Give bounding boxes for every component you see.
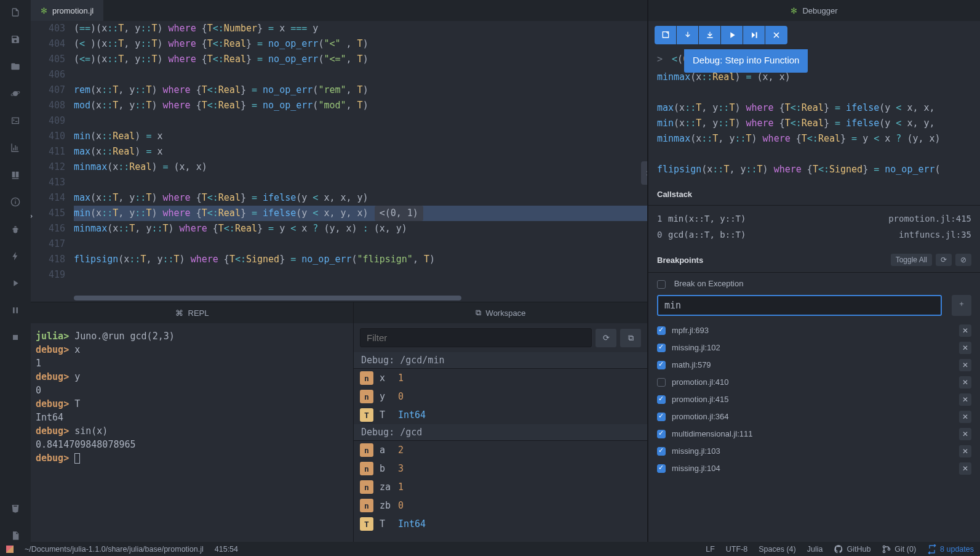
- bug-icon[interactable]: [9, 223, 22, 235]
- updates-badge[interactable]: 8 updates: [927, 544, 974, 554]
- breakpoint-input[interactable]: [657, 295, 942, 316]
- remove-breakpoint-button[interactable]: ✕: [959, 376, 971, 389]
- stop-debug-button[interactable]: [765, 26, 787, 44]
- workspace-var-row[interactable]: TTInt64: [354, 515, 647, 533]
- breakpoint-row[interactable]: promotion.jl:410✕: [657, 374, 971, 391]
- repl-body[interactable]: julia> Juno.@run gcd(2,3)debug> x1debug>…: [31, 323, 353, 542]
- cursor-position[interactable]: 415:54: [215, 545, 238, 554]
- remove-breakpoint-button[interactable]: ✕: [959, 324, 971, 337]
- git-status[interactable]: Git (0): [882, 544, 916, 554]
- workspace-filter-input[interactable]: [360, 328, 592, 347]
- status-bar: ~/Documents/julia-1.1.0/share/julia/base…: [0, 542, 980, 556]
- stop-icon[interactable]: [9, 331, 22, 344]
- callstack-frame[interactable]: 0gcd(a::T, b::T)intfuncs.jl:35: [657, 227, 971, 243]
- breakpoint-checkbox[interactable]: [657, 447, 666, 456]
- breakpoint-checkbox[interactable]: [657, 430, 666, 438]
- terminal-icon: ⌘: [175, 308, 183, 318]
- step-over-button[interactable]: [677, 26, 699, 44]
- step-into-button[interactable]: [699, 26, 721, 44]
- play-icon[interactable]: [9, 277, 22, 289]
- file-icon[interactable]: [9, 6, 22, 18]
- expand-handle[interactable]: ›: [641, 161, 647, 185]
- debug-controls: [648, 21, 980, 49]
- workspace-var-row[interactable]: TTInt64: [354, 406, 647, 424]
- svg-point-4: [883, 550, 885, 552]
- clear-bp-button[interactable]: ⊘: [955, 254, 971, 266]
- save-icon[interactable]: [9, 33, 22, 46]
- breakpoint-row[interactable]: missing.jl:103✕: [657, 443, 971, 460]
- breakpoint-checkbox[interactable]: [657, 361, 666, 369]
- eol-label[interactable]: LF: [706, 545, 715, 554]
- break-on-exception-row[interactable]: Break on Exception: [657, 279, 971, 289]
- breakpoint-checkbox[interactable]: [657, 344, 666, 352]
- book-icon[interactable]: [9, 169, 22, 181]
- editor-tab-bar: ✻ promotion.jl: [31, 0, 647, 21]
- pdf-icon[interactable]: [9, 530, 22, 542]
- debugger-tab[interactable]: ✻ Debugger: [648, 0, 980, 21]
- workspace-var-row[interactable]: nzb0: [354, 496, 647, 515]
- h-scrollbar[interactable]: [74, 296, 641, 300]
- remove-breakpoint-button[interactable]: ✕: [959, 393, 971, 406]
- break-on-exception-checkbox[interactable]: [657, 280, 666, 289]
- workspace-var-row[interactable]: ny0: [354, 387, 647, 406]
- planet-icon[interactable]: [9, 87, 22, 100]
- code-editor[interactable]: 403404405406407408409410411412413414›415…: [31, 21, 647, 302]
- breakpoint-checkbox[interactable]: [657, 464, 666, 473]
- terminal-icon[interactable]: [9, 115, 22, 127]
- status-indicator-icon[interactable]: [6, 546, 14, 553]
- layers-icon: ⧉: [476, 308, 481, 318]
- workspace-var-row[interactable]: nza1: [354, 478, 647, 496]
- refresh-bp-button[interactable]: ⟳: [936, 254, 952, 266]
- editor-tab[interactable]: ✻ promotion.jl: [31, 0, 103, 21]
- refresh-button[interactable]: ⟳: [596, 329, 616, 347]
- workspace-var-row[interactable]: nb3: [354, 459, 647, 478]
- open-button[interactable]: ⧉: [620, 329, 641, 347]
- repl-tab[interactable]: ⌘ REPL: [31, 302, 353, 323]
- breakpoint-row[interactable]: multidimensional.jl:111✕: [657, 425, 971, 443]
- toggle-all-button[interactable]: Toggle All: [891, 254, 932, 266]
- breakpoint-row[interactable]: missing.jl:102✕: [657, 339, 971, 357]
- remove-breakpoint-button[interactable]: ✕: [959, 342, 971, 354]
- workspace-body: Debug: /gcd/minnx1ny0TTInt64Debug: /gcdn…: [354, 352, 647, 542]
- breakpoint-row[interactable]: mpfr.jl:693✕: [657, 322, 971, 339]
- remove-breakpoint-button[interactable]: ✕: [959, 445, 971, 457]
- step-out-button[interactable]: [721, 26, 743, 44]
- breakpoint-row[interactable]: missing.jl:104✕: [657, 460, 971, 477]
- bolt-icon[interactable]: [9, 250, 22, 262]
- callstack-title: Callstack: [648, 183, 980, 206]
- add-breakpoint-button[interactable]: ＋: [952, 295, 971, 316]
- callstack-frame[interactable]: 1min(x::T, y::T)promotion.jl:415: [657, 211, 971, 227]
- remove-breakpoint-button[interactable]: ✕: [959, 462, 971, 475]
- remove-breakpoint-button[interactable]: ✕: [959, 359, 971, 371]
- step-next-button[interactable]: [743, 26, 765, 44]
- breakpoint-row[interactable]: math.jl:579✕: [657, 357, 971, 374]
- breakpoint-checkbox[interactable]: [657, 378, 666, 387]
- remove-breakpoint-button[interactable]: ✕: [959, 411, 971, 423]
- info-icon[interactable]: [9, 196, 22, 208]
- language-label[interactable]: Julia: [807, 545, 823, 554]
- breakpoint-checkbox[interactable]: [657, 326, 666, 335]
- workspace-tab[interactable]: ⧉ Workspace: [354, 302, 647, 323]
- breakpoint-row[interactable]: promotion.jl:364✕: [657, 408, 971, 425]
- pause-icon[interactable]: [9, 304, 22, 316]
- remove-breakpoint-button[interactable]: ✕: [959, 428, 971, 440]
- workspace-var-row[interactable]: nx1: [354, 369, 647, 387]
- bug-icon: ✻: [791, 6, 797, 15]
- file-path[interactable]: ~/Documents/julia-1.1.0/share/julia/base…: [25, 545, 204, 554]
- chart-icon[interactable]: [9, 142, 22, 154]
- workspace-var-row[interactable]: na2: [354, 441, 647, 459]
- breakpoint-checkbox[interactable]: [657, 395, 666, 404]
- svg-point-3: [883, 546, 885, 547]
- html5-icon[interactable]: [9, 502, 22, 515]
- encoding-label[interactable]: UTF-8: [726, 545, 747, 554]
- callstack: 1min(x::T, y::T)promotion.jl:4150gcd(a::…: [648, 206, 980, 248]
- github-link[interactable]: GitHub: [834, 544, 870, 554]
- breakpoint-row[interactable]: promotion.jl:415✕: [657, 391, 971, 408]
- folder-icon[interactable]: [9, 60, 22, 73]
- continue-button[interactable]: [655, 26, 677, 44]
- debug-tooltip: Debug: Step into Function: [684, 49, 808, 73]
- indent-label[interactable]: Spaces (4): [759, 545, 795, 554]
- breakpoint-checkbox[interactable]: [657, 413, 666, 421]
- svg-point-5: [888, 548, 890, 550]
- bug-icon: ✻: [41, 6, 47, 15]
